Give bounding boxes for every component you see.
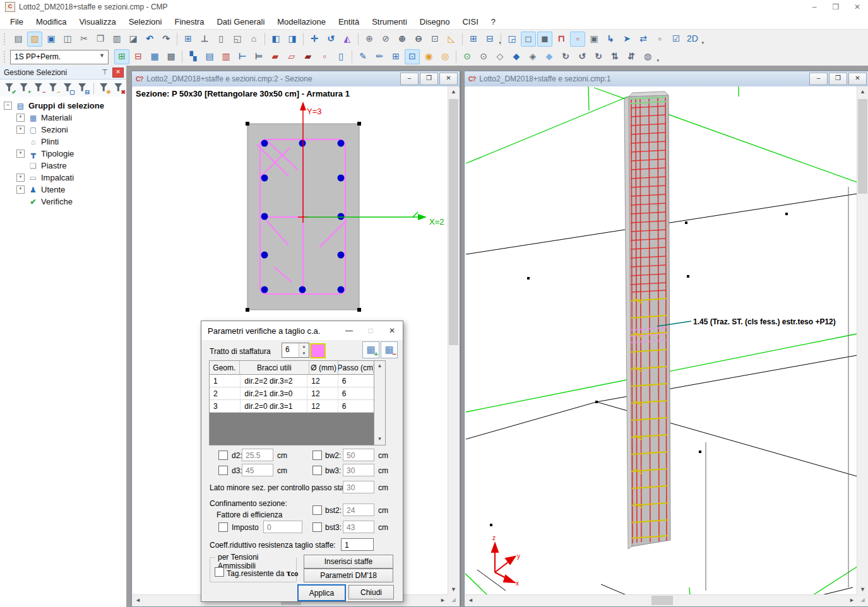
close-button[interactable]: ✕: [847, 0, 868, 14]
mirror-icon[interactable]: ◭: [340, 32, 355, 47]
table-row[interactable]: 2 dir.2=1 dir.3=0 12 6: [210, 387, 374, 400]
cut-icon[interactable]: ✂: [76, 32, 92, 47]
applica-button[interactable]: Applica: [297, 584, 346, 601]
separator[interactable]: [182, 50, 182, 63]
remove-row-button[interactable]: ▦ −: [381, 341, 398, 358]
element-select-icon[interactable]: ▯: [333, 49, 348, 64]
pan-icon[interactable]: ✛: [307, 32, 322, 47]
render-icon[interactable]: ◍: [640, 49, 655, 64]
zoom-previous-icon[interactable]: ⊘: [378, 32, 393, 47]
separator[interactable]: [303, 33, 304, 45]
edit-selection-icon[interactable]: ☑: [669, 32, 684, 47]
new-icon[interactable]: ▤: [11, 32, 26, 47]
menu-item[interactable]: File: [4, 15, 30, 28]
separator[interactable]: [462, 33, 463, 45]
model-horizontal-scrollbar[interactable]: ◄ ►: [465, 594, 857, 606]
separator[interactable]: [352, 50, 352, 63]
tree-item-tipologie[interactable]: + ┳ Tipologie: [0, 148, 126, 160]
wall-icon[interactable]: ◱: [230, 32, 245, 47]
scroll-down-icon[interactable]: ▼: [374, 434, 385, 445]
menu-item[interactable]: ?: [485, 15, 502, 28]
window-prev-icon[interactable]: ◧: [268, 32, 283, 47]
view-options-icon[interactable]: ⊞: [466, 32, 481, 47]
menu-item[interactable]: Visualizza: [73, 15, 122, 28]
menu-item[interactable]: Modifica: [30, 15, 73, 28]
spin-up-icon[interactable]: ▲: [299, 343, 309, 350]
coeff-field[interactable]: 1: [341, 538, 374, 551]
window-next-icon[interactable]: ◨: [285, 32, 300, 47]
flip-vertical-icon[interactable]: ⇅: [607, 49, 622, 64]
foundation-icon[interactable]: ⊥: [197, 32, 212, 47]
poly-select2-icon[interactable]: ▱: [284, 49, 299, 64]
scroll-up-icon[interactable]: ▲: [374, 361, 385, 372]
table-header-cell[interactable]: Passo (cm): [338, 361, 374, 374]
dialog-titlebar[interactable]: Parametri verifiche a taglio c.a. — □ ✕: [201, 321, 403, 340]
spin-down-icon[interactable]: ▼: [299, 350, 309, 357]
show-entity-icon[interactable]: ◉: [421, 49, 436, 64]
draw-icon[interactable]: ✎: [355, 49, 371, 64]
table-header-cell[interactable]: Ø (mm): [309, 361, 339, 374]
filter-list-icon[interactable]: ⊟: [76, 81, 90, 95]
tag-resistente-checkbox[interactable]: [215, 567, 224, 577]
scroll-right-icon[interactable]: ►: [437, 595, 448, 606]
tree-root-gruppi[interactable]: − ▤ Gruppi di selezione: [0, 100, 126, 112]
resize-grip[interactable]: ◢: [448, 595, 459, 606]
d3-checkbox[interactable]: [218, 466, 228, 475]
select-add-icon[interactable]: ⊞: [114, 49, 129, 64]
bst2-checkbox[interactable]: [312, 505, 322, 515]
view-3d-icon[interactable]: ◲: [504, 32, 520, 47]
table-settings-icon[interactable]: ⊞: [181, 32, 196, 47]
bw3-checkbox[interactable]: [312, 466, 322, 475]
poly-select3-icon[interactable]: ▰: [300, 49, 316, 64]
separator[interactable]: [265, 33, 265, 45]
rotate-right-icon[interactable]: ↻: [591, 49, 606, 64]
select-multi-icon[interactable]: ▦: [147, 49, 162, 64]
box-half-icon[interactable]: ◈: [525, 49, 540, 64]
model-canvas[interactable]: z y x 1.45 (Traz. ST. (cls fess.) estr.t…: [465, 86, 868, 606]
find-section-icon[interactable]: ▤: [202, 49, 217, 64]
child-restore-button[interactable]: ❐: [420, 73, 438, 85]
gem-icon[interactable]: ◆: [542, 49, 557, 64]
imposto-checkbox[interactable]: [218, 522, 228, 532]
parametri-dm18-button[interactable]: Parametri DM'18: [304, 569, 393, 582]
scroll-right-icon[interactable]: ►: [847, 595, 857, 606]
separator[interactable]: [358, 33, 359, 45]
filter-subtract-icon[interactable]: −: [47, 81, 60, 95]
local-axes-icon[interactable]: ↳: [603, 32, 618, 47]
table-row[interactable]: 3 dir.2=0 dir.3=1 12 6: [210, 400, 374, 413]
tratto-spinner[interactable]: 6 ▲ ▼: [282, 343, 309, 358]
d2-checkbox[interactable]: [218, 451, 228, 460]
tree-item-piastre[interactable]: ❏ Piastre: [0, 160, 126, 172]
filter-add-icon[interactable]: +: [18, 81, 31, 95]
zoom-in-icon[interactable]: ⊕: [395, 32, 410, 47]
section-window-titlebar[interactable]: C? Lotto2_DM2018+staffe e sezioni.cmp:2 …: [132, 71, 460, 87]
tree-select-icon[interactable]: ⊢: [235, 49, 250, 64]
menu-item[interactable]: Dati Generali: [210, 15, 271, 28]
tree-item-utente[interactable]: + ♟ Utente: [0, 184, 126, 196]
solid-view-icon[interactable]: ◻: [521, 32, 536, 47]
child-minimize-button[interactable]: –: [809, 73, 828, 85]
box-solid-icon[interactable]: ◆: [509, 49, 524, 64]
zoom-selected-icon[interactable]: ⊙: [460, 49, 475, 64]
shaded-view-icon[interactable]: ◼: [537, 32, 552, 47]
separator[interactable]: [456, 50, 456, 63]
section-vertical-scrollbar[interactable]: ▲ ▼: [448, 86, 459, 595]
poly-select-icon[interactable]: ▰: [268, 49, 283, 64]
menu-item[interactable]: Entità: [332, 15, 366, 28]
list-select-icon[interactable]: ⊨: [251, 49, 266, 64]
table-row[interactable]: 1 dir.2=2 dir.3=2 12 6: [210, 375, 374, 387]
imposto-field[interactable]: 0: [263, 521, 302, 533]
snap-icon[interactable]: ➤: [619, 32, 634, 47]
menu-item[interactable]: CISI: [456, 15, 484, 28]
zoom-extents-icon[interactable]: ⊕: [362, 32, 377, 47]
bst2-field[interactable]: 24: [343, 504, 374, 516]
dialog-minimize-button[interactable]: —: [338, 321, 360, 340]
pin-icon[interactable]: ⊤: [100, 68, 110, 76]
nodes-view-icon[interactable]: ▫: [570, 32, 585, 47]
align-icon[interactable]: ⇄: [636, 32, 651, 47]
rotate-view-icon[interactable]: ↺: [323, 32, 338, 47]
scroll-up-icon[interactable]: ▲: [448, 86, 459, 97]
select-remove-icon[interactable]: ⊟: [131, 49, 146, 64]
maximize-button[interactable]: ❐: [825, 0, 847, 14]
table-header-cell[interactable]: Geom.: [210, 361, 240, 374]
